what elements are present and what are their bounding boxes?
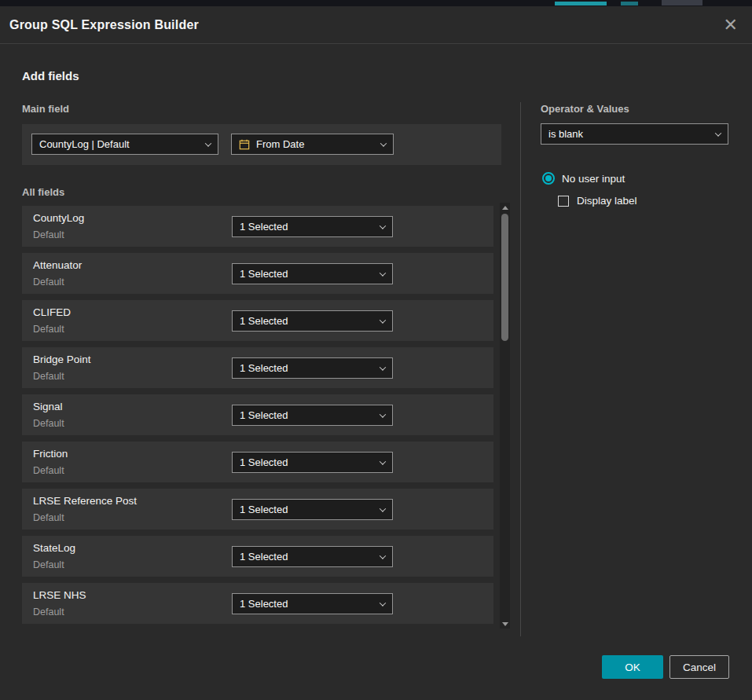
no-user-input-label: No user input [562,173,625,185]
dropdown-value: 1 Selected [240,268,288,280]
field-name: CountyLog [33,212,84,224]
field-selected-dropdown[interactable]: 1 Selected [232,263,393,284]
display-label-checkbox[interactable] [558,196,569,207]
scroll-down-icon[interactable] [500,619,510,629]
no-user-input-option[interactable]: No user input [542,172,625,185]
all-fields-label: All fields [22,186,64,198]
field-name: LRSE Reference Post [33,495,137,507]
main-field-panel: CountyLog | Default From Date [22,124,501,165]
chevron-down-icon [380,505,386,511]
field-row: CountyLog Default 1 Selected [22,206,493,247]
field-selected-dropdown[interactable]: 1 Selected [232,546,393,567]
cancel-button[interactable]: Cancel [669,655,729,679]
main-field-date-dropdown[interactable]: From Date [231,134,394,155]
scrollbar-thumb[interactable] [501,214,508,341]
dropdown-value: 1 Selected [240,551,288,563]
field-name: Attenuator [33,259,82,271]
field-row: Bridge Point Default 1 Selected [22,347,493,388]
group-sql-expression-builder-dialog: Group SQL Expression Builder ✕ Add field… [0,6,752,700]
dropdown-value: 1 Selected [240,362,288,374]
background-app-fragment [621,2,638,5]
field-row: LRSE NHS Default 1 Selected [22,583,493,624]
chevron-down-icon [380,458,386,464]
chevron-down-icon [380,140,387,146]
field-subtitle: Default [33,229,64,240]
field-row: Signal Default 1 Selected [22,394,493,435]
field-subtitle: Default [33,371,64,382]
chevron-down-icon [380,552,386,559]
operator-dropdown[interactable]: is blank [541,123,728,145]
field-row: CLIFED Default 1 Selected [22,300,493,341]
dropdown-value: 1 Selected [240,456,288,468]
field-name: LRSE NHS [33,589,86,601]
field-subtitle: Default [33,277,64,288]
field-subtitle: Default [33,607,64,618]
display-label-label: Display label [577,195,637,207]
field-selected-dropdown[interactable]: 1 Selected [232,499,393,520]
display-label-option[interactable]: Display label [558,195,637,207]
dialog-header: Group SQL Expression Builder ✕ [0,6,752,44]
chevron-down-icon [380,269,386,276]
chevron-down-icon [380,364,386,370]
field-name: Friction [33,448,68,460]
chevron-down-icon [380,222,386,229]
chevron-down-icon [205,140,211,146]
dropdown-value: 1 Selected [240,409,288,421]
operator-values-label: Operator & Values [541,103,629,115]
scroll-up-icon[interactable] [500,203,510,212]
field-row: Attenuator Default 1 Selected [22,253,493,294]
field-selected-dropdown[interactable]: 1 Selected [232,216,393,237]
field-subtitle: Default [33,465,64,476]
close-icon[interactable]: ✕ [724,16,738,34]
dropdown-value: is blank [548,128,583,140]
field-selected-dropdown[interactable]: 1 Selected [232,593,393,614]
field-name: StateLog [33,542,75,554]
field-name: Bridge Point [33,354,91,365]
field-name: CLIFED [33,306,71,318]
dialog-title: Group SQL Expression Builder [9,18,199,32]
dropdown-value: 1 Selected [240,221,288,233]
no-user-input-radio[interactable] [542,172,555,185]
chevron-down-icon [715,130,721,136]
field-selected-dropdown[interactable]: 1 Selected [232,452,393,473]
dropdown-value: 1 Selected [240,598,288,610]
field-selected-dropdown[interactable]: 1 Selected [232,310,393,332]
all-fields-list: CountyLog Default 1 Selected Attenuator … [22,206,493,630]
dropdown-value: 1 Selected [240,504,288,515]
field-row: LRSE Reference Post Default 1 Selected [22,489,493,530]
field-row: Friction Default 1 Selected [22,442,493,482]
field-subtitle: Default [33,512,64,523]
main-field-label: Main field [22,103,69,115]
chevron-down-icon [380,411,386,417]
dropdown-value: 1 Selected [240,315,288,327]
column-divider [520,102,521,636]
chevron-down-icon [380,317,386,323]
main-field-source-dropdown[interactable]: CountyLog | Default [31,134,218,155]
field-subtitle: Default [33,324,64,335]
calendar-icon [239,139,250,150]
ok-button[interactable]: OK [602,655,663,679]
field-name: Signal [33,401,63,412]
add-fields-heading: Add fields [22,69,79,82]
dropdown-value: CountyLog | Default [39,138,130,150]
list-scrollbar[interactable] [500,203,510,629]
background-app-fragment [555,2,607,5]
chevron-down-icon [380,599,386,606]
dropdown-value: From Date [256,138,304,150]
field-subtitle: Default [33,559,64,570]
field-subtitle: Default [33,418,64,429]
background-app-fragment [662,0,702,5]
field-row: StateLog Default 1 Selected [22,536,493,577]
field-selected-dropdown[interactable]: 1 Selected [232,405,393,426]
field-selected-dropdown[interactable]: 1 Selected [232,357,393,379]
